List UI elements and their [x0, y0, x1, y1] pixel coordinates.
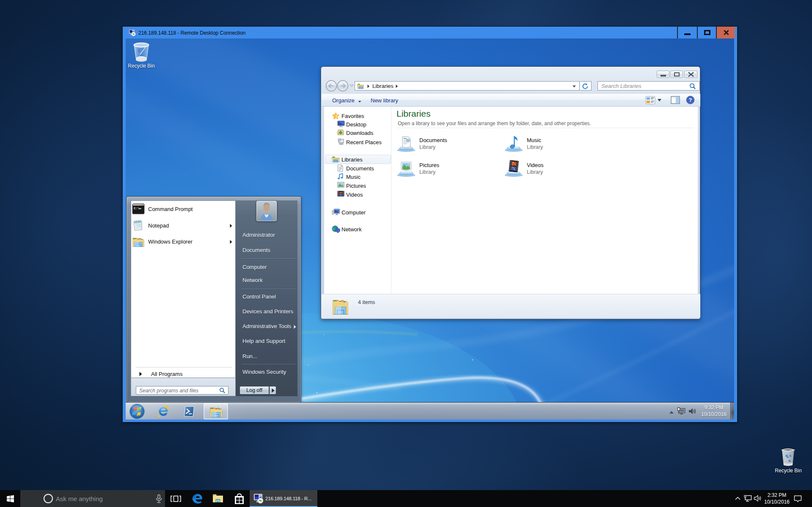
svg-text:?: ?: [689, 97, 692, 103]
svg-text:C:\: C:\: [134, 207, 140, 210]
